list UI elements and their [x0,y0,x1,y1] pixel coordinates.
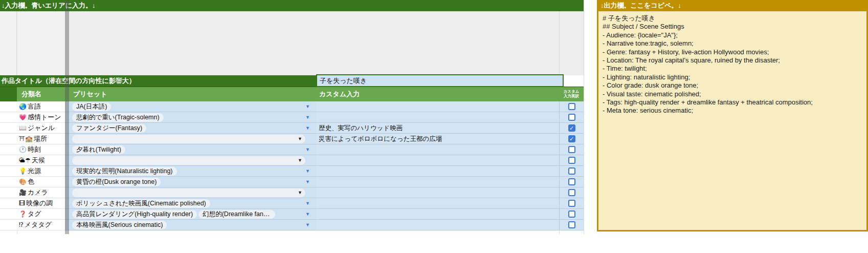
translate-checkbox[interactable] [568,210,575,218]
checkbox-cell[interactable] [559,220,584,230]
frozen-pane-divider[interactable] [65,0,69,234]
translate-checkbox[interactable] [568,189,575,196]
translate-checkbox[interactable]: ✓ [568,124,575,132]
dropdown-arrow-icon[interactable]: ▼ [305,123,310,134]
preset-chip[interactable]: JA(日本語) [72,102,111,111]
dropdown-arrow-icon[interactable]: ▼ [305,198,310,209]
custom-input-cell[interactable] [316,220,559,230]
custom-input-cell[interactable] [316,209,559,220]
preset-dropdown-cell[interactable]: ファンタジー(Fantasy)▼ [65,123,316,134]
movie-camera-icon: 🎥 [19,189,27,196]
empty-cells-area [0,11,584,75]
gridline [17,230,17,234]
preset-empty-chip[interactable]: ▼ [72,135,305,143]
custom-input-cell[interactable] [316,187,559,198]
title-label: 作品タイトル（潜在空間の方向性に影響大） [0,75,316,87]
preset-chip[interactable]: 黄昏の橙(Dusk orange tone) [72,178,161,186]
category-cell: 🕐時刻 [17,144,65,155]
preset-empty-chip[interactable]: ▼ [72,156,305,165]
custom-input-cell[interactable] [316,155,559,166]
custom-input-cell[interactable]: 歴史、実写のハリウッド映画 [316,123,559,134]
row-margin-cell [0,187,17,198]
custom-input-cell[interactable] [316,198,559,209]
checkbox-cell[interactable]: ✓ [559,123,584,134]
custom-input-cell[interactable]: 災害によってボロボロになった王都の広場 [316,134,559,144]
checkbox-cell[interactable] [559,155,584,166]
checkbox-cell[interactable] [559,101,584,112]
checkbox-cell[interactable] [559,209,584,220]
translate-checkbox[interactable]: ✓ [568,135,575,142]
translate-checkbox[interactable] [568,146,575,153]
checkbox-cell[interactable] [559,166,584,177]
preset-dropdown-cell[interactable]: ▼ [65,155,316,166]
preset-dropdown-cell[interactable]: 本格映画風(Serious cinematic)▼ [65,220,316,230]
translate-checkbox[interactable] [568,178,575,185]
checkbox-cell[interactable] [559,198,584,209]
row-margin-cell [0,101,17,112]
preset-chip[interactable]: ポリッシュされた映画風(Cinematic polished) [72,199,210,208]
preset-chip[interactable]: ファンタジー(Fantasy) [72,124,146,133]
checkbox-cell[interactable] [559,187,584,198]
category-cell: 🎨色 [17,177,65,187]
dropdown-arrow-icon[interactable]: ▼ [305,112,310,123]
title-input-cell[interactable]: 子を失った嘆き [316,74,564,87]
table-row: 📖ジャンル ファンタジー(Fantasy)▼ 歴史、実写のハリウッド映画 ✓ [0,123,584,134]
preset-chip[interactable]: 本格映画風(Serious cinematic) [72,221,167,229]
category-cell: ⛩🏫場所 [17,134,65,144]
preset-dropdown-cell[interactable]: ▼ [65,187,316,198]
preset-dropdown-cell[interactable]: 黄昏の橙(Dusk orange tone)▼ [65,177,316,187]
custom-input-cell[interactable] [316,144,559,155]
dropdown-arrow-icon[interactable]: ▼ [305,144,310,155]
table-row: 🌥☂天候 ▼ [0,155,584,166]
torii-school-icon: ⛩🏫 [19,135,33,142]
category-cell: 📖ジャンル [17,123,65,134]
checkbox-cell[interactable]: ✓ [559,134,584,144]
checkbox-cell[interactable] [559,144,584,155]
custom-input-cell[interactable] [316,166,559,177]
checkbox-cell[interactable] [559,112,584,123]
preset-empty-chip[interactable]: ▼ [72,188,305,197]
row-margin-cell [0,134,17,144]
output-text-cell[interactable]: # 子を失った嘆き## Subject / Scene Settings- Au… [597,11,868,231]
translate-checkbox[interactable] [568,167,575,175]
dropdown-arrow-icon[interactable]: ▼ [298,135,302,143]
custom-input-cell[interactable] [316,101,559,112]
translate-checkbox[interactable] [568,114,575,121]
dropdown-arrow-icon[interactable]: ▼ [305,209,310,220]
preset-dropdown-cell[interactable]: 高品質レンダリング(High-quality render)幻想的(Dreaml… [65,209,316,220]
input-banner: ↓入力欄。青いエリアに入力。↓ [0,0,584,11]
preset-chip[interactable]: 現実的な照明(Naturalistic lighting) [72,167,177,176]
category-cell: ❓タグ [17,209,65,220]
translate-checkbox[interactable] [568,157,575,164]
dropdown-arrow-icon[interactable]: ▼ [305,177,310,187]
output-line: - Visual taste: cinematic polished; [603,90,862,98]
preset-chip[interactable]: 幻想的(Dreamlike fantasy) [198,210,275,219]
preset-dropdown-cell[interactable]: JA(日本語)▼ [65,101,316,112]
light-bulb-icon: 💡 [19,167,27,175]
preset-chip[interactable]: 高品質レンダリング(High-quality render) [72,210,197,219]
dropdown-arrow-icon[interactable]: ▼ [305,220,310,230]
dropdown-arrow-icon[interactable]: ▼ [298,188,302,197]
translate-checkbox[interactable] [568,103,575,110]
output-banner: ↓出力欄。ここをコピペ。↓ [597,0,868,11]
preset-dropdown-cell[interactable]: 夕暮れ(Twilight)▼ [65,144,316,155]
dropdown-arrow-icon[interactable]: ▼ [298,156,302,165]
category-cell: 🌥☂天候 [17,155,65,166]
dropdown-arrow-icon[interactable]: ▼ [305,166,310,177]
preset-dropdown-cell[interactable]: ▼ [65,134,316,144]
preset-chip[interactable]: 悲劇的で重い(Tragic-solemn) [72,113,164,122]
preset-dropdown-cell[interactable]: ポリッシュされた映画風(Cinematic polished)▼ [65,198,316,209]
preset-dropdown-cell[interactable]: 現実的な照明(Naturalistic lighting)▼ [65,166,316,177]
output-line: - Narrative tone:tragic, solemn; [603,39,862,48]
custom-input-cell[interactable] [316,177,559,187]
checkbox-cell[interactable] [559,177,584,187]
preset-chip[interactable]: 夕暮れ(Twilight) [72,145,125,154]
header-preset: プリセット [65,87,316,101]
dropdown-arrow-icon[interactable]: ▼ [305,101,310,112]
category-cell: 🎥カメラ [17,187,65,198]
row-margin-cell [0,177,17,187]
translate-checkbox[interactable] [568,200,575,207]
preset-dropdown-cell[interactable]: 悲劇的で重い(Tragic-solemn)▼ [65,112,316,123]
translate-checkbox[interactable] [568,221,575,228]
custom-input-cell[interactable] [316,112,559,123]
